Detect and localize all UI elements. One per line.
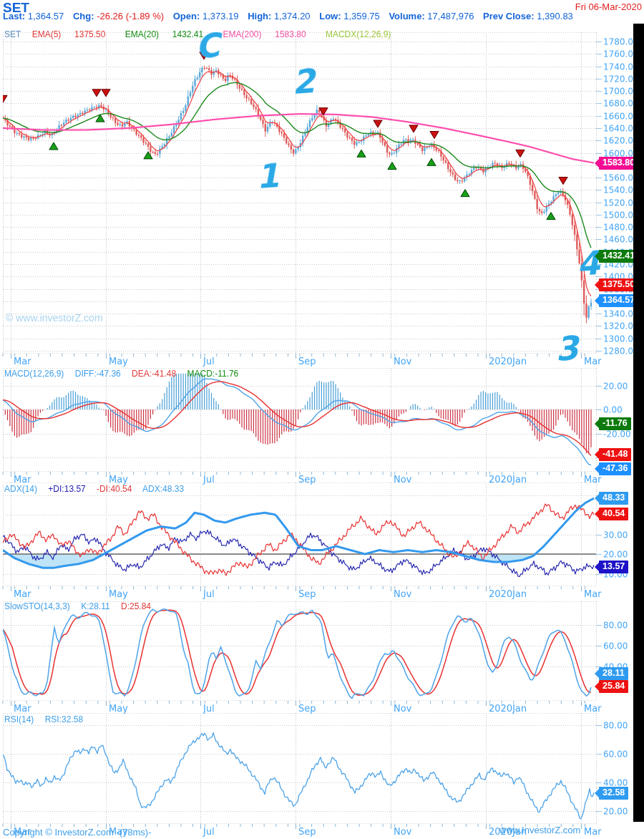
macd-dea-value: DEA:-41.48 — [132, 369, 176, 379]
axis-badge: -47.36 — [599, 462, 631, 475]
adx-name[interactable]: ADX(14) — [4, 484, 37, 494]
low-value: 1,359.75 — [343, 11, 380, 21]
macdx-label[interactable]: MACDX(12,26,9) — [326, 29, 391, 39]
ema5-label[interactable]: EMA(5) — [32, 29, 62, 39]
axis-badge: 40.54 — [599, 508, 628, 520]
sto-indicator-row: SlowSTO(14,3,3) K:28.11 D:25.84 — [4, 601, 160, 611]
chart-canvas[interactable] — [0, 0, 644, 839]
website-link[interactable]: www.InvestorZ.com — [499, 825, 580, 835]
volume-value: 17,487,976 — [427, 11, 474, 21]
ema200-value: 1583.80 — [275, 29, 306, 39]
axis-badge: -41.48 — [599, 448, 631, 461]
axis-badge: 1432.41 — [599, 250, 638, 263]
sto-d-value: D:25.84 — [121, 601, 151, 611]
ema200-label[interactable]: EMA(200) — [223, 29, 262, 39]
prevclose-label: Prev Close: — [483, 11, 535, 21]
high-label: High: — [248, 11, 271, 21]
macd-diff-value: DIFF:-47.36 — [75, 369, 121, 379]
low-label: Low: — [319, 11, 341, 21]
macd-name[interactable]: MACD(12,26,9) — [4, 369, 64, 379]
chg-value: -26.26 (-1.89 %) — [97, 11, 164, 21]
ema5-value: 1375.50 — [74, 29, 105, 39]
volume-label: Volume: — [389, 11, 424, 21]
adx-indicator-row: ADX(14) +DI:13.57 -DI:40.54 ADX:48.33 — [4, 484, 192, 494]
open-label: Open: — [173, 11, 200, 21]
axis-badge: -11.76 — [599, 417, 631, 430]
sto-name[interactable]: SlowSTO(14,3,3) — [4, 601, 70, 611]
hand-annotation-4: 4 — [575, 243, 601, 283]
watermark: © www.investorZ.com — [6, 312, 103, 324]
axis-badge: 1583.80 — [599, 157, 638, 170]
copyright-text: Copyright © InvestorZ.com -(78ms)- — [3, 827, 152, 838]
axis-badge: 13.57 — [599, 561, 628, 573]
axis-badge: 1364.57 — [599, 294, 638, 307]
last-label: Last: — [3, 11, 25, 21]
high-value: 1,374.20 — [274, 11, 311, 21]
adx-mdi-value: -DI:40.54 — [97, 484, 132, 494]
rsi-name[interactable]: RSI(14) — [4, 714, 34, 724]
chart-window: SET Fri 06-Mar-2020 Last: 1,364.57 Chg: … — [0, 0, 644, 839]
adx-pdi-value: +DI:13.57 — [48, 484, 85, 494]
window-edge-strip — [633, 24, 644, 822]
axis-badge: 25.84 — [599, 680, 628, 693]
date-label: Fri 06-Mar-2020 — [575, 1, 642, 12]
open-value: 1,373.19 — [203, 11, 239, 21]
chg-label: Chg: — [73, 11, 94, 21]
hand-annotation-3: 3 — [554, 329, 580, 369]
ema20-label[interactable]: EMA(20) — [125, 29, 159, 39]
hand-annotation-C: C — [194, 26, 220, 66]
axis-badge: 32.58 — [599, 787, 628, 800]
prevclose-value: 1,390.83 — [537, 11, 573, 21]
rsi-value: RSI:32.58 — [45, 714, 83, 724]
hand-annotation-1: 1 — [255, 156, 280, 196]
last-value: 1,364.57 — [28, 11, 64, 21]
axis-badge: 48.33 — [599, 492, 628, 505]
axis-badge: 1375.50 — [599, 278, 638, 291]
main-symbol: SET — [4, 29, 21, 39]
quote-stats-row: Last: 1,364.57 Chg: -26.26 (-1.89 %) Ope… — [3, 11, 580, 21]
macd-indicator-row: MACD(12,26,9) DIFF:-47.36 DEA:-41.48 MAC… — [4, 369, 247, 379]
sto-k-value: K:28.11 — [81, 601, 109, 611]
hand-annotation-2: 2 — [291, 62, 316, 102]
rsi-indicator-row: RSI(14) RSI:32.58 — [4, 714, 92, 724]
macd-macd-value: MACD:-11.76 — [187, 369, 238, 379]
adx-adx-value: ADX:48.33 — [142, 484, 184, 494]
axis-badge: 28.11 — [599, 667, 628, 680]
